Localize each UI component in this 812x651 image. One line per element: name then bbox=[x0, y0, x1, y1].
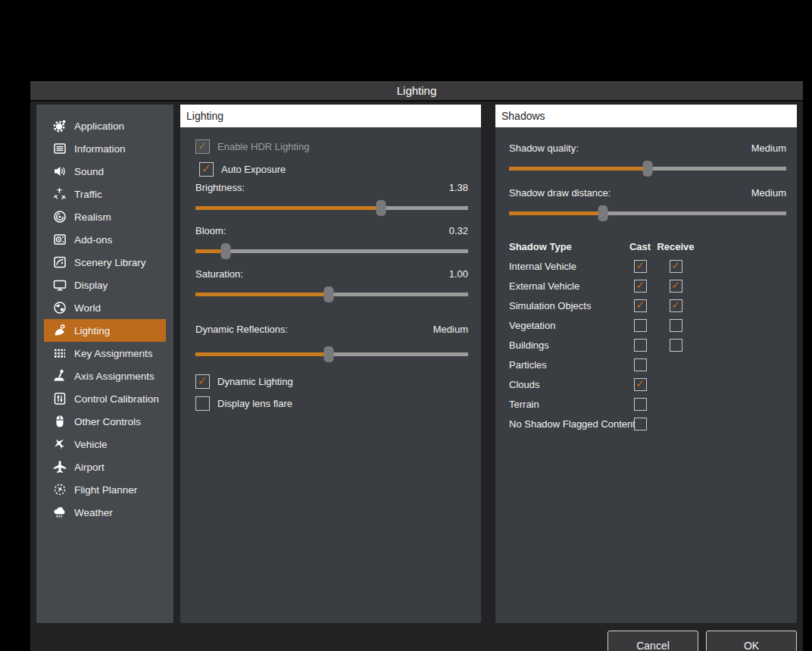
brightness-slider[interactable] bbox=[195, 200, 468, 216]
slider-handle[interactable] bbox=[324, 346, 334, 362]
traffic-planes-icon bbox=[52, 186, 68, 202]
sidebar-item-traffic[interactable]: Traffic bbox=[44, 183, 166, 205]
sidebar-item-sound[interactable]: Sound bbox=[44, 160, 166, 183]
row-label: Vegetation bbox=[509, 315, 623, 335]
shadow-quality-slider[interactable] bbox=[509, 161, 786, 177]
calibration-sliders-icon bbox=[52, 391, 68, 406]
simulation-objects-receive-checkbox[interactable]: ✓ bbox=[670, 299, 682, 312]
saturation-slider[interactable] bbox=[195, 286, 468, 302]
simulation-objects-cast-checkbox[interactable]: ✓ bbox=[634, 299, 647, 312]
shadow-quality-label: Shadow quality: bbox=[509, 142, 579, 155]
ok-button[interactable]: OK bbox=[706, 631, 797, 651]
sidebar-item-realism[interactable]: Realism bbox=[44, 205, 166, 228]
buildings-cast-checkbox[interactable]: ✓ bbox=[634, 339, 647, 352]
info-list-icon bbox=[52, 141, 68, 156]
buildings-receive-checkbox[interactable]: ✓ bbox=[670, 339, 682, 352]
shadow-draw-distance-slider[interactable] bbox=[509, 205, 786, 221]
sidebar-item-key-assignments[interactable]: Key Assignments bbox=[44, 342, 166, 365]
brightness-label: Brightness: bbox=[195, 182, 245, 194]
sidebar-item-label: Weather bbox=[74, 507, 113, 518]
airport-plane-icon bbox=[52, 459, 68, 474]
sidebar-item-scenery-library[interactable]: Scenery Library bbox=[44, 251, 166, 274]
check-icon: ✓ bbox=[201, 163, 211, 175]
sidebar-item-lighting[interactable]: Lighting bbox=[44, 319, 166, 342]
receive-header: Receive bbox=[657, 236, 694, 256]
sidebar-item-vehicle[interactable]: Vehicle bbox=[44, 433, 166, 455]
shadow-draw-distance-label: Shadow draw distance: bbox=[509, 187, 611, 199]
slider-handle[interactable] bbox=[376, 200, 386, 216]
external-vehicle-receive-checkbox[interactable]: ✓ bbox=[670, 280, 682, 293]
no-shadow-flagged-content-cast-checkbox[interactable]: ✓ bbox=[634, 418, 647, 430]
check-icon: ✓ bbox=[636, 299, 645, 310]
check-icon: ✓ bbox=[671, 280, 680, 290]
bloom-slider[interactable] bbox=[195, 243, 468, 259]
saturation-value: 1.00 bbox=[449, 268, 468, 280]
slider-handle[interactable] bbox=[220, 243, 230, 259]
particles-cast-checkbox[interactable]: ✓ bbox=[634, 358, 647, 371]
vegetation-cast-checkbox[interactable]: ✓ bbox=[634, 319, 647, 332]
shadows-panel-header: Shadows bbox=[495, 105, 797, 127]
sidebar-item-control-calibration[interactable]: Control Calibration bbox=[44, 387, 166, 410]
sidebar-item-world[interactable]: World bbox=[44, 296, 166, 319]
sidebar-item-weather[interactable]: Weather bbox=[44, 501, 166, 524]
external-vehicle-cast-checkbox[interactable]: ✓ bbox=[634, 280, 647, 293]
dialog-titlebar: Lighting bbox=[30, 81, 803, 102]
sidebar-item-label: Other Controls bbox=[74, 416, 141, 427]
slider-fill bbox=[509, 211, 603, 215]
sidebar-item-airport[interactable]: Airport bbox=[44, 455, 166, 478]
terrain-cast-checkbox[interactable]: ✓ bbox=[634, 398, 647, 411]
brightness-label-row: Brightness: 1.38 bbox=[195, 182, 468, 194]
shadow-draw-distance-value: Medium bbox=[751, 187, 786, 199]
check-icon: ✓ bbox=[671, 260, 680, 271]
shadows-panel-title: Shadows bbox=[501, 110, 545, 122]
cancel-button[interactable]: Cancel bbox=[607, 631, 698, 651]
sidebar-item-label: Application bbox=[74, 120, 124, 132]
route-plane-icon bbox=[52, 482, 68, 497]
enable-hdr-checkbox[interactable]: ✓ bbox=[195, 139, 210, 154]
dynamic-lighting-checkbox[interactable]: ✓ bbox=[195, 374, 210, 389]
keyboard-icon bbox=[52, 346, 68, 361]
slider-track[interactable] bbox=[195, 249, 468, 253]
dynamic-reflections-label: Dynamic Reflections: bbox=[195, 324, 288, 336]
gear-icon bbox=[52, 118, 68, 133]
sidebar-item-information[interactable]: Information bbox=[44, 137, 166, 160]
internal-vehicle-cast-checkbox[interactable]: ✓ bbox=[634, 260, 647, 273]
cancel-button-label: Cancel bbox=[636, 640, 670, 651]
sidebar-item-application[interactable]: Application bbox=[44, 114, 166, 137]
settings-sidebar: Application Information Sound Traffic Re… bbox=[36, 105, 173, 623]
scenery-map-icon bbox=[52, 255, 68, 270]
slider-handle[interactable] bbox=[324, 286, 334, 302]
lens-flare-label: Display lens flare bbox=[217, 398, 292, 409]
sidebar-item-flight-planner[interactable]: Flight Planner bbox=[44, 478, 166, 501]
sidebar-item-axis-assignments[interactable]: Axis Assignments bbox=[44, 365, 166, 387]
clouds-cast-checkbox[interactable]: ✓ bbox=[634, 378, 647, 391]
sidebar-item-label: Lighting bbox=[74, 325, 110, 336]
sidebar-item-label: Sound bbox=[74, 166, 104, 177]
check-icon: ✓ bbox=[671, 299, 680, 310]
internal-vehicle-receive-checkbox[interactable]: ✓ bbox=[670, 260, 682, 273]
slider-handle[interactable] bbox=[598, 205, 608, 221]
row-label: Terrain bbox=[509, 394, 623, 414]
row-label: Simulation Objects bbox=[509, 296, 623, 315]
dynamic-lighting-row: ✓ Dynamic Lighting bbox=[195, 374, 468, 389]
sidebar-item-label: Vehicle bbox=[74, 439, 108, 450]
sidebar-item-display[interactable]: Display bbox=[44, 274, 166, 296]
sidebar-item-label: Add-ons bbox=[74, 234, 112, 246]
row-label: External Vehicle bbox=[509, 276, 623, 296]
lens-flare-checkbox[interactable]: ✓ bbox=[195, 396, 210, 411]
sidebar-item-addons[interactable]: Add-ons bbox=[44, 228, 166, 251]
check-icon: ✓ bbox=[636, 260, 645, 271]
auto-exposure-checkbox[interactable]: ✓ bbox=[199, 162, 214, 177]
dynamic-reflections-slider[interactable] bbox=[195, 346, 468, 362]
sidebar-item-other-controls[interactable]: Other Controls bbox=[44, 410, 166, 433]
check-icon: ✓ bbox=[636, 378, 645, 389]
slider-track[interactable] bbox=[509, 211, 786, 215]
dynamic-reflections-label-row: Dynamic Reflections: Medium bbox=[195, 324, 468, 336]
vegetation-receive-checkbox[interactable]: ✓ bbox=[670, 319, 682, 332]
rain-cloud-icon bbox=[52, 505, 68, 520]
slider-track[interactable] bbox=[195, 206, 468, 210]
sidebar-item-label: Realism bbox=[74, 211, 111, 223]
check-icon: ✓ bbox=[636, 280, 645, 290]
monitor-icon bbox=[52, 277, 68, 293]
slider-handle[interactable] bbox=[643, 161, 653, 177]
